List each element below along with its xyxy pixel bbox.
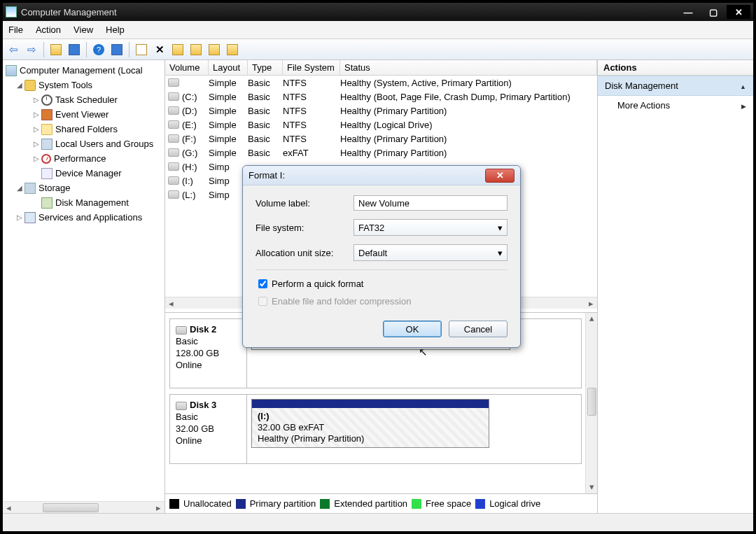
volume-icon	[168, 78, 179, 87]
format-dialog: Format I: ✕ Volume label: New Volume Fil…	[242, 165, 521, 348]
dialog-title: Format I:	[248, 170, 485, 181]
volume-label-input[interactable]: New Volume	[354, 195, 507, 211]
volume-icon	[168, 120, 179, 129]
tree-horizontal-scrollbar[interactable]: ◂▸	[3, 501, 164, 513]
chevron-down-icon: ▾	[498, 248, 503, 258]
table-row[interactable]: SimpleBasicNTFSHealthy (System, Active, …	[165, 76, 597, 90]
cancel-button[interactable]: Cancel	[449, 321, 507, 337]
ok-button[interactable]: OK	[383, 321, 442, 337]
tree-root[interactable]: Computer Management (Local	[6, 63, 164, 78]
table-row[interactable]: (C:)SimpleBasicNTFSHealthy (Boot, Page F…	[165, 90, 597, 104]
table-row[interactable]: (F:)SimpleBasicNTFSHealthy (Primary Part…	[165, 132, 597, 146]
dialog-titlebar[interactable]: Format I: ✕	[243, 166, 520, 185]
window-title: Computer Management	[21, 7, 676, 17]
app-icon	[6, 6, 17, 17]
maximize-button[interactable]: ▢	[701, 5, 725, 19]
actions-header: Actions	[598, 60, 753, 76]
volume-icon	[168, 190, 179, 199]
close-button[interactable]: ✕	[727, 5, 750, 19]
volume-label-label: Volume label:	[255, 198, 354, 209]
volume-table-header: Volume Layout Type File System Status	[165, 60, 597, 76]
back-button[interactable]	[6, 42, 21, 57]
table-row[interactable]: (E:)SimpleBasicNTFSHealthy (Logical Driv…	[165, 118, 597, 132]
volume-icon	[168, 162, 179, 171]
app-window: Computer Management — ▢ ✕ File Action Vi…	[2, 2, 754, 532]
delete-button[interactable]: ✕	[152, 42, 167, 57]
quick-format-box[interactable]	[258, 279, 267, 288]
submenu-icon	[741, 100, 746, 111]
volume-icon	[168, 92, 179, 101]
swatch-primary	[236, 499, 246, 509]
collapse-icon	[740, 80, 746, 91]
disk-icon	[176, 326, 187, 335]
swatch-free	[412, 499, 421, 509]
col-status[interactable]: Status	[340, 60, 597, 75]
volume-icon	[168, 176, 179, 185]
forward-button[interactable]	[24, 42, 39, 57]
table-row[interactable]: (G:)SimpleBasicexFATHealthy (Primary Par…	[165, 146, 597, 160]
swatch-unallocated	[169, 499, 179, 509]
compression-checkbox: Enable file and folder compression	[255, 295, 507, 308]
minimize-button[interactable]: —	[676, 5, 700, 19]
statusbar	[3, 513, 753, 531]
menubar: File Action View Help	[3, 21, 753, 39]
disk-vertical-scrollbar[interactable]: ▴▾	[585, 313, 597, 493]
col-layout[interactable]: Layout	[209, 60, 248, 75]
volume-icon	[168, 134, 179, 143]
dialog-close-button[interactable]: ✕	[485, 169, 514, 183]
toolbar-icon[interactable]	[225, 42, 240, 57]
titlebar[interactable]: Computer Management — ▢ ✕	[3, 3, 753, 21]
filesystem-select[interactable]: FAT32▾	[354, 219, 507, 236]
tree-event-viewer[interactable]: ▷Event Viewer	[6, 107, 164, 122]
compression-box	[258, 297, 267, 306]
tree-system-tools[interactable]: ◢System Tools	[6, 78, 164, 92]
partition-header	[252, 400, 489, 408]
tree-services-apps[interactable]: ▷Services and Applications	[6, 210, 164, 225]
actions-disk-management[interactable]: Disk Management	[598, 76, 753, 96]
allocation-select[interactable]: Default▾	[354, 244, 507, 261]
menu-view[interactable]: View	[74, 24, 93, 35]
allocation-label: Allocation unit size:	[255, 248, 354, 258]
refresh-button[interactable]	[134, 42, 149, 57]
toolbar-icon[interactable]	[188, 42, 204, 57]
chevron-down-icon: ▾	[498, 223, 503, 233]
tree-storage[interactable]: ◢Storage	[6, 181, 164, 195]
actions-pane: Actions Disk Management More Actions	[598, 60, 753, 513]
tree-pane: Computer Management (Local ◢System Tools…	[3, 60, 165, 513]
legend: Unallocated Primary partition Extended p…	[165, 493, 597, 513]
swatch-extended	[320, 499, 330, 509]
toolbar-icon[interactable]	[206, 42, 222, 57]
menu-help[interactable]: Help	[106, 24, 125, 35]
quick-format-checkbox[interactable]: Perform a quick format	[255, 277, 507, 290]
partition-box[interactable]: (I:)32.00 GB exFATHealthy (Primary Parti…	[251, 399, 489, 448]
tree-local-users[interactable]: ▷Local Users and Groups	[6, 136, 164, 151]
disk-icon	[176, 402, 187, 410]
toolbar: ? ✕	[3, 39, 753, 60]
filesystem-label: File system:	[255, 223, 354, 233]
tree-shared-folders[interactable]: ▷Shared Folders	[6, 122, 164, 136]
menu-action[interactable]: Action	[36, 24, 61, 35]
tree-disk-management[interactable]: Disk Management	[6, 195, 164, 210]
swatch-logical	[475, 499, 485, 509]
actions-more[interactable]: More Actions	[598, 96, 753, 115]
tree-performance[interactable]: ▷Performance	[6, 151, 164, 166]
col-volume[interactable]: Volume	[165, 60, 209, 75]
col-type[interactable]: Type	[248, 60, 283, 75]
tree-task-scheduler[interactable]: ▷Task Scheduler	[6, 92, 164, 107]
table-row[interactable]: (D:)SimpleBasicNTFSHealthy (Primary Part…	[165, 104, 597, 118]
menu-file[interactable]: File	[8, 24, 23, 35]
disk-panel[interactable]: Disk 3Basic32.00 GBOnline(I:)32.00 GB ex…	[169, 394, 582, 464]
toolbar-icon[interactable]	[109, 42, 125, 57]
volume-icon	[168, 106, 179, 115]
volume-icon	[168, 148, 179, 157]
disk-info: Disk 3Basic32.00 GBOnline	[170, 395, 247, 463]
col-filesystem[interactable]: File System	[283, 60, 340, 75]
tree-device-manager[interactable]: Device Manager	[6, 166, 164, 181]
toolbar-icon[interactable]	[170, 42, 186, 57]
toolbar-icon[interactable]	[48, 42, 64, 57]
disk-info: Disk 2Basic128.00 GBOnline	[170, 319, 247, 388]
toolbar-icon[interactable]	[66, 42, 82, 57]
help-button[interactable]: ?	[91, 42, 106, 57]
